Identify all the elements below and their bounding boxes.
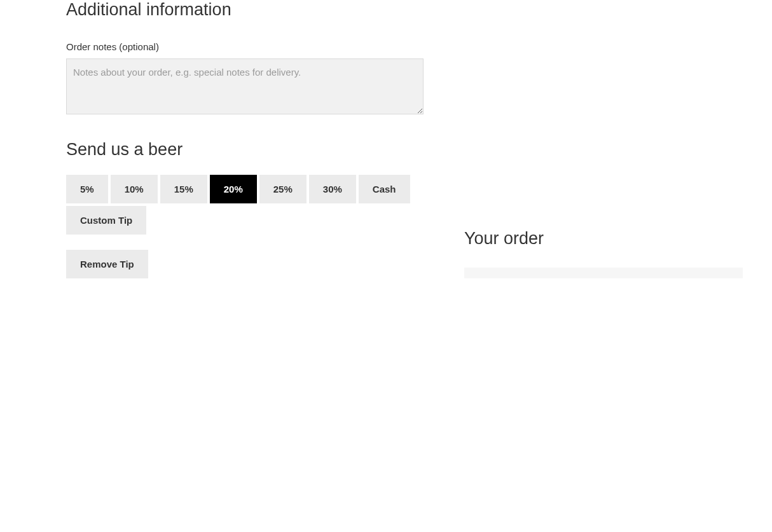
tip-option-25pct[interactable]: 25%: [259, 175, 307, 203]
order-notes-label: Order notes (optional): [66, 41, 424, 52]
tip-heading: Send us a beer: [66, 140, 424, 160]
order-summary-table: Product Subtotal Album × 1 €15,00 Subtot…: [464, 268, 743, 278]
tip-option-10pct[interactable]: 10%: [111, 175, 158, 203]
order-col-product: Product: [464, 268, 611, 278]
additional-info-heading: Additional information: [66, 0, 424, 20]
tip-options-row: 5% 10% 15% 20% 25% 30% Cash Custom Tip: [66, 175, 424, 235]
your-order-heading: Your order: [464, 229, 743, 249]
tip-option-custom[interactable]: Custom Tip: [66, 206, 146, 235]
tip-option-cash[interactable]: Cash: [359, 175, 410, 203]
tip-option-15pct[interactable]: 15%: [160, 175, 207, 203]
tip-option-30pct[interactable]: 30%: [309, 175, 356, 203]
order-notes-textarea[interactable]: [66, 58, 424, 114]
tip-option-5pct[interactable]: 5%: [66, 175, 108, 203]
remove-tip-button[interactable]: Remove Tip: [66, 250, 148, 278]
order-col-subtotal: Subtotal: [611, 268, 743, 278]
tip-option-20pct[interactable]: 20%: [210, 175, 257, 203]
